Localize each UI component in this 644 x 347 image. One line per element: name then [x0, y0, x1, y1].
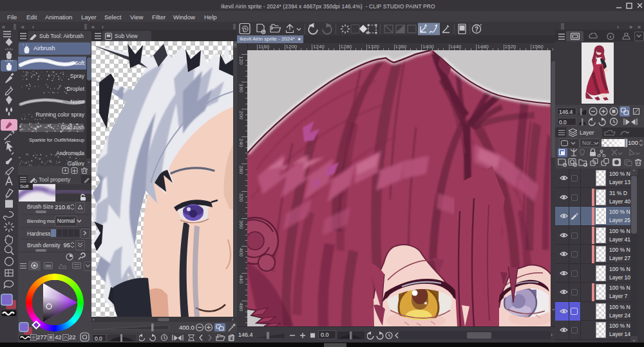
svg-text:?: ? — [475, 26, 478, 33]
